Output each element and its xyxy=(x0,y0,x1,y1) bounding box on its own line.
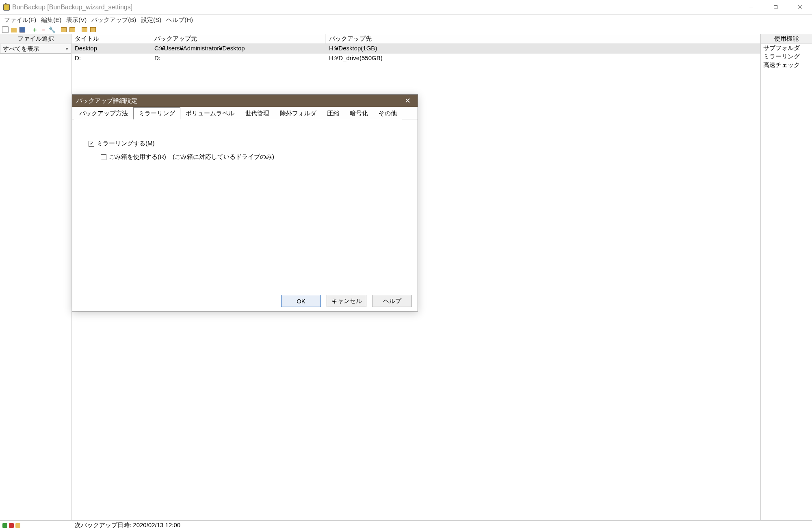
col-dest[interactable]: バックアップ先 xyxy=(326,34,760,43)
minimize-button[interactable] xyxy=(739,0,763,15)
table-row[interactable]: D: D: H:¥D_drive(550GB) xyxy=(71,54,760,63)
new-icon[interactable] xyxy=(2,26,9,33)
close-button[interactable] xyxy=(788,0,812,15)
table-row[interactable]: Desktop C:¥Users¥Administrator¥Desktop H… xyxy=(71,44,760,54)
main-window: BunBackup [BunBackup_wizard_settings] ファ… xyxy=(0,0,812,530)
chevron-down-icon: ▾ xyxy=(66,46,68,52)
menu-settings[interactable]: 設定(S) xyxy=(139,15,163,25)
add-icon[interactable]: ＋ xyxy=(31,26,38,33)
window-controls xyxy=(739,0,812,15)
file-select-header: ファイル選択 xyxy=(0,34,71,44)
left-panel: ファイル選択 すべてを表示 ▾ xyxy=(0,34,71,520)
svg-rect-1 xyxy=(774,6,777,9)
recycle-label: ごみ箱を使用する(R) xyxy=(109,153,166,161)
menu-help[interactable]: ヘルプ(H) xyxy=(165,15,195,25)
file-select-dropdown[interactable]: すべてを表示 ▾ xyxy=(0,44,71,54)
remove-icon[interactable]: － xyxy=(39,26,47,33)
settings-icon[interactable]: 🔧 xyxy=(48,26,55,33)
box3-icon[interactable] xyxy=(81,26,88,33)
tab-exclude-folder[interactable]: 除外フォルダ xyxy=(275,107,322,119)
help-button[interactable]: ヘルプ xyxy=(372,295,412,307)
open-icon[interactable] xyxy=(10,26,17,33)
cell-dest: H:¥Desktop(1GB) xyxy=(326,44,760,54)
status-yellow-icon xyxy=(15,523,20,528)
tab-volume-label[interactable]: ボリュームラベル xyxy=(180,107,240,119)
tab-compress[interactable]: 圧縮 xyxy=(322,107,344,119)
toolbar: ＋ － 🔧 xyxy=(0,25,812,34)
table-header: タイトル バックアップ元 バックアップ先 xyxy=(71,34,760,44)
tab-other[interactable]: その他 xyxy=(373,107,402,119)
save-icon[interactable] xyxy=(19,26,26,33)
file-select-value: すべてを表示 xyxy=(3,45,39,53)
feature-item: 高速チェック xyxy=(761,61,812,69)
mirroring-checkbox-row: ミラーリングする(M) xyxy=(89,140,401,147)
dialog-body: ミラーリングする(M) ごみ箱を使用する(R) (ごみ箱に対応しているドライブの… xyxy=(72,119,418,291)
cell-title: D: xyxy=(71,54,151,63)
tab-generation[interactable]: 世代管理 xyxy=(240,107,275,119)
box1-icon[interactable] xyxy=(60,26,67,33)
app-icon xyxy=(3,4,10,11)
recycle-note: (ごみ箱に対応しているドライブのみ) xyxy=(173,153,274,161)
status-red-icon xyxy=(9,523,14,528)
window-title: BunBackup [BunBackup_wizard_settings] xyxy=(12,4,132,11)
cell-source: C:¥Users¥Administrator¥Desktop xyxy=(151,44,326,54)
cell-title: Desktop xyxy=(71,44,151,54)
menu-file[interactable]: ファイル(F) xyxy=(2,15,38,25)
recycle-checkbox-row: ごみ箱を使用する(R) (ごみ箱に対応しているドライブのみ) xyxy=(101,153,401,161)
dialog-titlebar[interactable]: バックアップ詳細設定 ✕ xyxy=(72,95,418,107)
cell-dest: H:¥D_drive(550GB) xyxy=(326,54,760,63)
maximize-button[interactable] xyxy=(763,0,788,15)
recycle-checkbox[interactable] xyxy=(101,154,106,160)
backup-detail-dialog: バックアップ詳細設定 ✕ バックアップ方法 ミラーリング ボリュームラベル 世代… xyxy=(72,94,418,312)
status-icons xyxy=(0,523,71,528)
col-title[interactable]: タイトル xyxy=(71,34,151,43)
col-source[interactable]: バックアップ元 xyxy=(151,34,326,43)
ok-button[interactable]: OK xyxy=(281,295,321,307)
mirroring-label: ミラーリングする(M) xyxy=(97,140,155,147)
feature-item: サブフォルダ xyxy=(761,44,812,52)
titlebar: BunBackup [BunBackup_wizard_settings] xyxy=(0,0,812,15)
status-green-icon xyxy=(2,523,7,528)
dialog-buttons: OK キャンセル ヘルプ xyxy=(72,291,418,311)
box2-icon[interactable] xyxy=(69,26,76,33)
feature-item: ミラーリング xyxy=(761,52,812,61)
dialog-tabs: バックアップ方法 ミラーリング ボリュームラベル 世代管理 除外フォルダ 圧縮 … xyxy=(72,107,418,119)
right-panel: 使用機能 サブフォルダ ミラーリング 高速チェック xyxy=(761,34,812,520)
statusbar: 次バックアップ日時: 2020/02/13 12:00 xyxy=(0,520,812,530)
main-area: ファイル選択 すべてを表示 ▾ タイトル バックアップ元 バックアップ先 Des… xyxy=(0,34,812,520)
features-header: 使用機能 xyxy=(761,34,812,44)
box4-icon[interactable] xyxy=(89,26,97,33)
tab-encrypt[interactable]: 暗号化 xyxy=(344,107,373,119)
tab-mirroring[interactable]: ミラーリング xyxy=(133,107,180,119)
status-text: 次バックアップ日時: 2020/02/13 12:00 xyxy=(71,521,184,529)
menu-edit[interactable]: 編集(E) xyxy=(39,15,63,25)
dialog-close-button[interactable]: ✕ xyxy=(401,96,414,105)
tab-backup-method[interactable]: バックアップ方法 xyxy=(74,107,133,119)
cell-source: D: xyxy=(151,54,326,63)
dialog-title: バックアップ詳細設定 xyxy=(76,97,137,105)
mirroring-checkbox[interactable] xyxy=(89,141,94,147)
menu-backup[interactable]: バックアップ(B) xyxy=(90,15,138,25)
menubar: ファイル(F) 編集(E) 表示(V) バックアップ(B) 設定(S) ヘルプ(… xyxy=(0,15,812,25)
menu-view[interactable]: 表示(V) xyxy=(65,15,88,25)
cancel-button[interactable]: キャンセル xyxy=(327,295,366,307)
